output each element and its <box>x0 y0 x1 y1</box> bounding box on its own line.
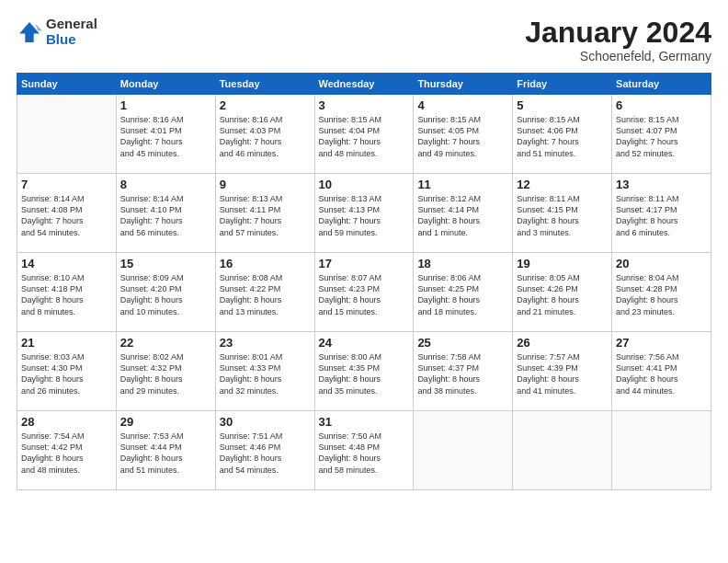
day-number: 10 <box>319 178 410 191</box>
week-row-1: 1Sunrise: 8:16 AM Sunset: 4:01 PM Daylig… <box>17 95 711 174</box>
day-number: 7 <box>21 178 112 191</box>
day-cell: 12Sunrise: 8:11 AM Sunset: 4:15 PM Dayli… <box>513 174 612 253</box>
day-info: Sunrise: 8:05 AM Sunset: 4:26 PM Dayligh… <box>517 272 608 317</box>
day-number: 17 <box>319 257 410 270</box>
day-info: Sunrise: 8:09 AM Sunset: 4:20 PM Dayligh… <box>120 272 211 317</box>
day-number: 2 <box>220 98 311 112</box>
day-number: 24 <box>319 336 410 350</box>
calendar-title: January 2024 <box>525 17 711 49</box>
day-number: 22 <box>120 336 211 350</box>
day-number: 1 <box>120 98 211 112</box>
day-info: Sunrise: 8:00 AM Sunset: 4:35 PM Dayligh… <box>319 351 410 396</box>
day-number: 11 <box>417 178 508 191</box>
day-number: 29 <box>120 415 211 429</box>
day-info: Sunrise: 7:50 AM Sunset: 4:48 PM Dayligh… <box>319 431 410 476</box>
day-cell: 16Sunrise: 8:08 AM Sunset: 4:22 PM Dayli… <box>215 253 314 332</box>
logo-blue-text: Blue <box>46 32 97 48</box>
day-info: Sunrise: 8:11 AM Sunset: 4:17 PM Dayligh… <box>616 193 707 238</box>
weekday-header-sunday: Sunday <box>17 74 117 95</box>
day-cell <box>513 411 612 490</box>
day-number: 28 <box>21 415 112 429</box>
day-cell: 24Sunrise: 8:00 AM Sunset: 4:35 PM Dayli… <box>314 332 414 411</box>
logo-icon <box>17 19 42 45</box>
day-cell: 6Sunrise: 8:15 AM Sunset: 4:07 PM Daylig… <box>612 95 711 174</box>
day-cell: 11Sunrise: 8:12 AM Sunset: 4:14 PM Dayli… <box>414 174 513 253</box>
day-number: 31 <box>319 415 410 429</box>
day-number: 18 <box>417 257 508 270</box>
day-number: 5 <box>517 98 608 112</box>
day-number: 25 <box>417 336 508 350</box>
svg-marker-1 <box>35 23 42 30</box>
day-cell: 8Sunrise: 8:14 AM Sunset: 4:10 PM Daylig… <box>116 174 215 253</box>
day-number: 30 <box>220 415 311 429</box>
day-info: Sunrise: 7:51 AM Sunset: 4:46 PM Dayligh… <box>220 431 311 476</box>
day-info: Sunrise: 8:16 AM Sunset: 4:03 PM Dayligh… <box>220 114 311 159</box>
day-cell: 2Sunrise: 8:16 AM Sunset: 4:03 PM Daylig… <box>215 95 314 174</box>
day-info: Sunrise: 8:14 AM Sunset: 4:08 PM Dayligh… <box>21 193 112 238</box>
calendar-table: SundayMondayTuesdayWednesdayThursdayFrid… <box>17 73 711 490</box>
day-number: 4 <box>417 98 508 112</box>
day-cell: 4Sunrise: 8:15 AM Sunset: 4:05 PM Daylig… <box>414 95 513 174</box>
day-number: 23 <box>220 336 311 350</box>
day-info: Sunrise: 7:57 AM Sunset: 4:39 PM Dayligh… <box>517 351 608 396</box>
weekday-header-wednesday: Wednesday <box>314 74 414 95</box>
day-number: 14 <box>21 257 112 270</box>
day-cell: 26Sunrise: 7:57 AM Sunset: 4:39 PM Dayli… <box>513 332 612 411</box>
weekday-header-row: SundayMondayTuesdayWednesdayThursdayFrid… <box>17 74 711 95</box>
day-cell: 29Sunrise: 7:53 AM Sunset: 4:44 PM Dayli… <box>116 411 215 490</box>
day-number: 9 <box>220 178 311 191</box>
day-info: Sunrise: 8:04 AM Sunset: 4:28 PM Dayligh… <box>616 272 707 317</box>
logo-text: General Blue <box>46 17 97 47</box>
day-info: Sunrise: 8:11 AM Sunset: 4:15 PM Dayligh… <box>517 193 608 238</box>
weekday-header-friday: Friday <box>513 74 612 95</box>
day-number: 19 <box>517 257 608 270</box>
day-info: Sunrise: 8:13 AM Sunset: 4:13 PM Dayligh… <box>319 193 410 238</box>
day-info: Sunrise: 8:02 AM Sunset: 4:32 PM Dayligh… <box>120 351 211 396</box>
day-number: 27 <box>616 336 707 350</box>
day-cell: 7Sunrise: 8:14 AM Sunset: 4:08 PM Daylig… <box>17 174 117 253</box>
day-cell <box>414 411 513 490</box>
day-cell: 27Sunrise: 7:56 AM Sunset: 4:41 PM Dayli… <box>612 332 711 411</box>
day-cell: 10Sunrise: 8:13 AM Sunset: 4:13 PM Dayli… <box>314 174 414 253</box>
day-info: Sunrise: 8:15 AM Sunset: 4:05 PM Dayligh… <box>417 114 508 159</box>
day-cell: 31Sunrise: 7:50 AM Sunset: 4:48 PM Dayli… <box>314 411 414 490</box>
day-cell: 25Sunrise: 7:58 AM Sunset: 4:37 PM Dayli… <box>414 332 513 411</box>
day-info: Sunrise: 7:54 AM Sunset: 4:42 PM Dayligh… <box>21 431 112 476</box>
day-cell: 14Sunrise: 8:10 AM Sunset: 4:18 PM Dayli… <box>17 253 117 332</box>
day-number: 16 <box>220 257 311 270</box>
day-number: 8 <box>120 178 211 191</box>
day-info: Sunrise: 8:15 AM Sunset: 4:07 PM Dayligh… <box>616 114 707 159</box>
week-row-5: 28Sunrise: 7:54 AM Sunset: 4:42 PM Dayli… <box>17 411 711 490</box>
day-number: 12 <box>517 178 608 191</box>
day-cell: 23Sunrise: 8:01 AM Sunset: 4:33 PM Dayli… <box>215 332 314 411</box>
day-cell: 3Sunrise: 8:15 AM Sunset: 4:04 PM Daylig… <box>314 95 414 174</box>
day-cell: 15Sunrise: 8:09 AM Sunset: 4:20 PM Dayli… <box>116 253 215 332</box>
calendar-subtitle: Schoenefeld, Germany <box>525 49 711 63</box>
day-cell: 5Sunrise: 8:15 AM Sunset: 4:06 PM Daylig… <box>513 95 612 174</box>
day-info: Sunrise: 8:14 AM Sunset: 4:10 PM Dayligh… <box>120 193 211 238</box>
page: General Blue January 2024 Schoenefeld, G… <box>0 0 728 563</box>
day-info: Sunrise: 8:06 AM Sunset: 4:25 PM Dayligh… <box>417 272 508 317</box>
logo-general-text: General <box>46 17 97 32</box>
day-number: 20 <box>616 257 707 270</box>
day-cell: 28Sunrise: 7:54 AM Sunset: 4:42 PM Dayli… <box>17 411 117 490</box>
day-cell: 13Sunrise: 8:11 AM Sunset: 4:17 PM Dayli… <box>612 174 711 253</box>
day-info: Sunrise: 7:56 AM Sunset: 4:41 PM Dayligh… <box>616 351 707 396</box>
day-info: Sunrise: 8:13 AM Sunset: 4:11 PM Dayligh… <box>220 193 311 238</box>
week-row-4: 21Sunrise: 8:03 AM Sunset: 4:30 PM Dayli… <box>17 332 711 411</box>
day-number: 3 <box>319 98 410 112</box>
day-info: Sunrise: 8:12 AM Sunset: 4:14 PM Dayligh… <box>417 193 508 238</box>
day-info: Sunrise: 8:01 AM Sunset: 4:33 PM Dayligh… <box>220 351 311 396</box>
title-block: January 2024 Schoenefeld, Germany <box>525 17 711 63</box>
day-info: Sunrise: 7:53 AM Sunset: 4:44 PM Dayligh… <box>120 431 211 476</box>
day-info: Sunrise: 8:07 AM Sunset: 4:23 PM Dayligh… <box>319 272 410 317</box>
day-cell: 19Sunrise: 8:05 AM Sunset: 4:26 PM Dayli… <box>513 253 612 332</box>
weekday-header-monday: Monday <box>116 74 215 95</box>
week-row-3: 14Sunrise: 8:10 AM Sunset: 4:18 PM Dayli… <box>17 253 711 332</box>
day-cell: 20Sunrise: 8:04 AM Sunset: 4:28 PM Dayli… <box>612 253 711 332</box>
day-cell <box>17 95 117 174</box>
day-cell: 1Sunrise: 8:16 AM Sunset: 4:01 PM Daylig… <box>116 95 215 174</box>
day-info: Sunrise: 7:58 AM Sunset: 4:37 PM Dayligh… <box>417 351 508 396</box>
day-cell: 18Sunrise: 8:06 AM Sunset: 4:25 PM Dayli… <box>414 253 513 332</box>
day-info: Sunrise: 8:10 AM Sunset: 4:18 PM Dayligh… <box>21 272 112 317</box>
